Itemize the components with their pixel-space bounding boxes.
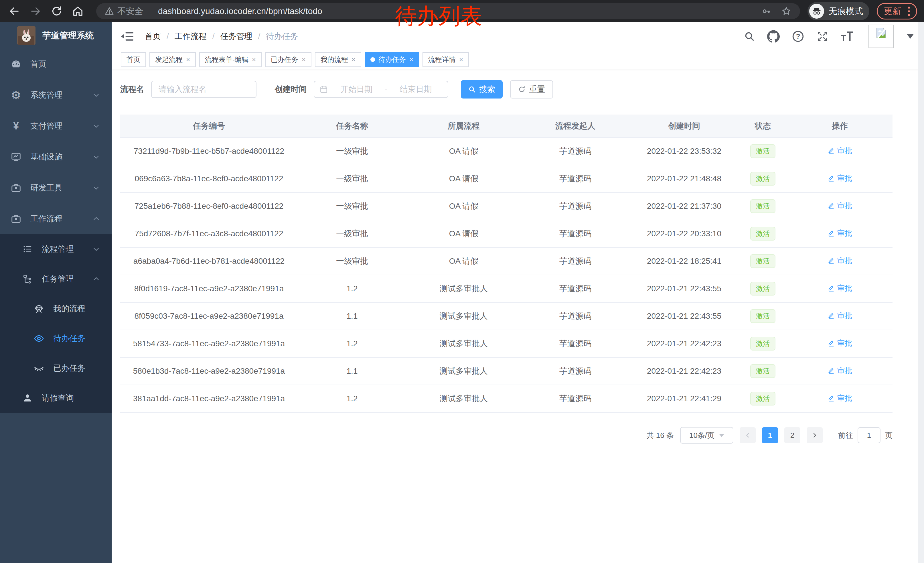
security-label[interactable]: 不安全 — [117, 6, 143, 17]
approve-link[interactable]: 审批 — [828, 173, 852, 183]
cell-starter: 芋道源码 — [521, 302, 630, 330]
prev-page-button[interactable] — [740, 427, 756, 443]
sidebar-item-todo-tasks[interactable]: 待办任务 — [0, 324, 112, 353]
close-icon[interactable]: × — [459, 56, 463, 63]
sidebar-item-system[interactable]: ⚙ 系统管理 — [0, 80, 112, 111]
tab-form-edit[interactable]: 流程表单-编辑× — [199, 52, 262, 67]
sidebar-item-leave-query[interactable]: 请假查询 — [0, 383, 112, 413]
hamburger-icon[interactable] — [121, 30, 134, 43]
tab-start-process[interactable]: 发起流程× — [149, 52, 196, 67]
table-row: 73211d9d-7b9b-11ec-b5b7-acde48001122 一级审… — [120, 137, 892, 165]
browser-update-button[interactable]: 更新 — [877, 3, 917, 20]
cell-task-id: 8f0d1619-7ac8-11ec-a9e2-a2380e71991a — [120, 275, 298, 302]
gear-icon: ⚙ — [10, 89, 22, 101]
tab-process-detail[interactable]: 流程详情× — [423, 52, 469, 67]
page-unit-label: 页 — [885, 431, 892, 440]
approve-link-label: 审批 — [837, 311, 852, 321]
sidebar-item-my-process[interactable]: 我的流程 — [0, 294, 112, 324]
sidebar-item-done-tasks[interactable]: 已办任务 — [0, 353, 112, 383]
breadcrumb-workflow[interactable]: 工作流程 — [175, 31, 207, 42]
url-text[interactable]: dashboard.yudao.iocoder.cn/bpm/task/todo — [158, 6, 322, 16]
approve-link[interactable]: 审批 — [828, 228, 852, 238]
cell-starter: 芋道源码 — [521, 330, 630, 357]
browser-menu-icon[interactable] — [906, 7, 912, 16]
status-badge: 激活 — [750, 309, 776, 323]
table-row: 8f0d1619-7ac8-11ec-a9e2-a2380e71991a 1.2… — [120, 275, 892, 302]
breadcrumb-task-manage[interactable]: 任务管理 — [220, 31, 252, 42]
fullscreen-icon[interactable] — [816, 30, 828, 42]
sidebar-item-label: 我的流程 — [53, 303, 85, 314]
approve-link[interactable]: 审批 — [828, 201, 852, 211]
status-badge: 激活 — [750, 392, 776, 406]
col-task-id: 任务编号 — [120, 114, 298, 137]
cell-task-name: 1.2 — [298, 275, 406, 302]
approve-link[interactable]: 审批 — [828, 366, 852, 376]
bookmark-star-icon[interactable] — [781, 6, 792, 17]
sidebar-item-label: 任务管理 — [42, 273, 74, 284]
tab-my-process[interactable]: 我的流程× — [315, 52, 361, 67]
sidebar-item-home[interactable]: 首页 — [0, 49, 112, 80]
table-row: 381aa1dd-7ac8-11ec-a9e2-a2380e71991a 1.2… — [120, 385, 892, 412]
reset-button[interactable]: 重置 — [510, 80, 553, 99]
page-button-1[interactable]: 1 — [762, 427, 778, 443]
cell-actions: 审批 — [787, 165, 892, 192]
sidebar-item-infra[interactable]: 基础设施 — [0, 141, 112, 173]
approve-link-label: 审批 — [837, 173, 852, 183]
browser-reload-icon[interactable] — [51, 6, 62, 17]
tab-done-tasks[interactable]: 已办任务× — [265, 52, 311, 67]
svg-text:?: ? — [796, 32, 800, 40]
process-name-input[interactable] — [151, 81, 256, 98]
avatar[interactable] — [868, 25, 894, 48]
cell-starter: 芋道源码 — [521, 137, 630, 165]
sidebar-item-devtools[interactable]: 研发工具 — [0, 173, 112, 203]
breadcrumb-home[interactable]: 首页 — [145, 31, 161, 42]
help-icon[interactable]: ? — [792, 30, 804, 43]
github-icon[interactable] — [767, 30, 780, 43]
browser-back-icon[interactable] — [9, 6, 20, 17]
cell-actions: 审批 — [787, 192, 892, 220]
search-button[interactable]: 搜索 — [461, 80, 502, 99]
cell-task-id: 725a1eb6-7b88-11ec-8ef0-acde48001122 — [120, 192, 298, 220]
sidebar-item-payment[interactable]: ¥ 支付管理 — [0, 111, 112, 141]
password-key-icon[interactable] — [761, 6, 771, 17]
goto-page-input[interactable] — [858, 427, 880, 443]
approve-link[interactable]: 审批 — [828, 146, 852, 156]
edit-pen-icon — [828, 147, 835, 155]
cell-create-time: 2022-01-21 22:42:23 — [630, 357, 738, 385]
search-icon[interactable] — [744, 31, 755, 42]
close-icon[interactable]: × — [186, 56, 190, 63]
approve-link[interactable]: 审批 — [828, 311, 852, 321]
close-icon[interactable]: × — [351, 56, 356, 63]
security-warning-icon — [105, 7, 114, 16]
breadcrumb-separator: / — [212, 32, 214, 41]
approve-link[interactable]: 审批 — [828, 393, 852, 403]
browser-forward-icon[interactable] — [30, 6, 41, 17]
tab-todo-tasks[interactable]: 待办任务× — [364, 52, 419, 67]
page-size-select[interactable]: 10条/页 — [680, 427, 734, 444]
status-badge: 激活 — [750, 227, 776, 241]
approve-link[interactable]: 审批 — [828, 256, 852, 266]
approve-link[interactable]: 审批 — [828, 338, 852, 348]
page-button-2[interactable]: 2 — [784, 427, 800, 443]
sidebar-logo[interactable]: 芋道管理系统 — [0, 23, 112, 49]
sidebar-item-task-manage[interactable]: 任务管理 — [0, 264, 112, 294]
browser-home-icon[interactable] — [72, 6, 84, 17]
approve-link[interactable]: 审批 — [828, 283, 852, 293]
date-range-picker[interactable]: 开始日期 - 结束日期 — [314, 81, 448, 98]
next-page-button[interactable] — [807, 427, 823, 443]
cell-task-name: 一级审批 — [298, 220, 406, 248]
close-icon[interactable]: × — [302, 56, 306, 63]
col-status: 状态 — [738, 114, 787, 137]
tab-label: 已办任务 — [271, 55, 298, 64]
tab-home[interactable]: 首页 — [121, 52, 146, 67]
sidebar-item-process-manage[interactable]: 流程管理 — [0, 234, 112, 264]
cell-task-name: 一级审批 — [298, 137, 406, 165]
incognito-icon — [809, 4, 824, 19]
scrollbar[interactable] — [918, 23, 924, 563]
close-icon[interactable]: × — [252, 56, 256, 63]
sidebar-item-workflow[interactable]: 工作流程 — [0, 203, 112, 234]
approve-link-label: 审批 — [837, 393, 852, 403]
close-icon[interactable]: × — [410, 56, 413, 63]
font-size-icon[interactable] — [840, 30, 854, 42]
avatar-caret-icon[interactable] — [907, 34, 914, 39]
